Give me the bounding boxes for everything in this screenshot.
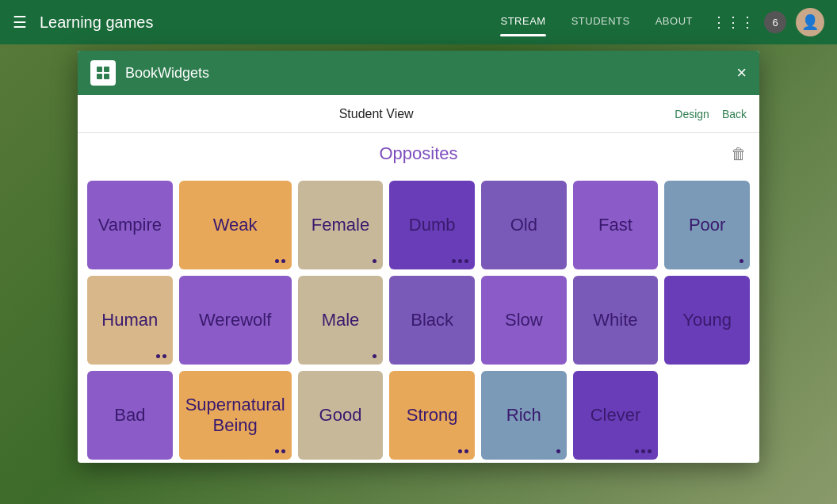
card-label: Female [311, 215, 369, 235]
card-dots [275, 449, 285, 453]
card-item[interactable]: White [573, 276, 659, 365]
card-item[interactable]: Bad [87, 371, 173, 460]
card-label: Male [322, 310, 360, 330]
modal: BookWidgets × Student View Design Back O… [78, 51, 759, 463]
card-label: Poor [689, 215, 725, 235]
card-dots [740, 259, 743, 263]
svg-rect-2 [97, 74, 102, 79]
card-item[interactable]: Strong [389, 371, 475, 460]
card-item[interactable]: Black [389, 276, 475, 365]
card-dots [635, 449, 652, 453]
card-item[interactable]: Human [87, 276, 173, 365]
card-label: Supernatural Being [185, 395, 285, 436]
card-label: Bad [114, 405, 145, 426]
card-dots [275, 259, 285, 263]
card-dots [156, 354, 166, 358]
card-item[interactable]: Werewolf [179, 276, 292, 365]
card-label: White [593, 310, 637, 330]
card-dots [373, 354, 376, 358]
card-item[interactable]: Old [481, 181, 567, 269]
card-label: Werewolf [199, 310, 271, 330]
card-label: Human [101, 310, 158, 330]
card-dots [373, 259, 376, 263]
card-item[interactable]: Male [298, 276, 384, 365]
game-title: Opposites [379, 143, 457, 164]
card-item[interactable]: Slow [481, 276, 567, 365]
card-dots [452, 259, 468, 263]
card-item[interactable]: Fast [573, 181, 659, 269]
card-label: Old [510, 215, 537, 235]
card-label: Weak [213, 215, 258, 235]
card-item[interactable]: Dumb [389, 181, 475, 269]
svg-rect-1 [104, 67, 109, 72]
game-title-row: Opposites 🗑 [78, 133, 759, 174]
svg-rect-0 [97, 67, 102, 72]
modal-title: BookWidgets [125, 65, 736, 82]
card-label: Dumb [409, 215, 456, 235]
back-link[interactable]: Back [722, 108, 747, 120]
card-label: Clever [590, 405, 641, 426]
card-item[interactable]: Good [298, 371, 384, 460]
card-item[interactable]: Clever [573, 371, 659, 460]
svg-rect-3 [104, 74, 109, 79]
card-label: Fast [598, 215, 633, 235]
card-item[interactable]: Vampire [87, 181, 173, 269]
cards-container: VampireWeakFemaleDumbOldFastPoorHumanWer… [78, 174, 759, 463]
modal-toolbar: Student View Design Back [78, 95, 759, 133]
card-label: Good [319, 405, 362, 426]
design-link[interactable]: Design [675, 108, 709, 120]
card-item[interactable]: Young [664, 276, 750, 365]
card-dots [556, 449, 560, 453]
close-button[interactable]: × [736, 64, 747, 82]
card-label: Rich [506, 405, 541, 426]
card-item[interactable]: Weak [179, 181, 292, 269]
modal-overlay: BookWidgets × Student View Design Back O… [0, 0, 837, 504]
card-dots [458, 449, 468, 453]
card-label: Black [411, 310, 453, 330]
view-title: Student View [90, 107, 662, 121]
card-item[interactable]: Female [298, 181, 384, 269]
bookwidgets-logo [90, 60, 116, 86]
card-label: Strong [407, 405, 458, 426]
cards-grid: VampireWeakFemaleDumbOldFastPoorHumanWer… [87, 181, 750, 460]
delete-icon[interactable]: 🗑 [731, 145, 747, 163]
card-label: Slow [505, 310, 543, 330]
card-label: Vampire [98, 215, 162, 235]
modal-header: BookWidgets × [78, 51, 759, 95]
card-label: Young [682, 310, 732, 330]
card-item[interactable]: Poor [664, 181, 750, 269]
card-item[interactable]: Supernatural Being [179, 371, 292, 460]
card-item[interactable]: Rich [481, 371, 567, 460]
